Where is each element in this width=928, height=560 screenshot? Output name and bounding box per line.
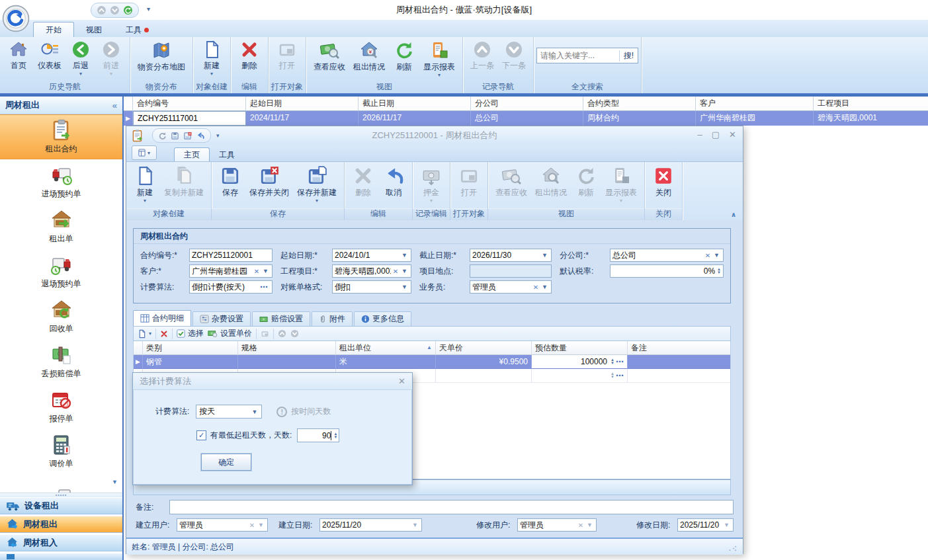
maximize-icon[interactable]: ▢ xyxy=(712,130,720,140)
grid-delete-row-button[interactable] xyxy=(160,330,168,338)
dlg-view-receivable-button[interactable]: 查看应收 xyxy=(492,165,530,199)
grid-new-row-button[interactable]: ▾ xyxy=(138,329,151,339)
group-material-rental-out[interactable]: 周材租出 xyxy=(0,516,122,533)
dlg-delete-button[interactable]: 删除 xyxy=(349,165,378,199)
cell-start-date[interactable]: 2024/11/17 xyxy=(246,111,359,126)
branch-field[interactable]: 总公司✕▼ xyxy=(610,249,724,262)
billing-method-field[interactable]: 倒扣计费(按天)⋯ xyxy=(189,280,273,294)
group-partial[interactable] xyxy=(0,553,122,560)
col-type[interactable]: 合约类型 xyxy=(583,97,696,111)
ellipsis-icon[interactable]: ⋯ xyxy=(614,355,626,368)
chevron-down-icon[interactable]: ▼ xyxy=(712,252,721,259)
col-category[interactable]: 类别 xyxy=(143,341,238,355)
created-user-field[interactable]: 管理员✕▼ xyxy=(177,518,268,532)
modal-titlebar[interactable]: 选择计费算法 ✕ xyxy=(133,373,412,390)
min-days-checkbox[interactable]: ✓ xyxy=(196,430,206,440)
ellipsis-icon[interactable]: ⋯ xyxy=(614,369,626,382)
view-receivable-button[interactable]: 查看应收 xyxy=(310,40,349,73)
chevron-down-icon[interactable]: ▼ xyxy=(540,252,549,259)
sidebar-item-recovery-order[interactable]: 回收单 xyxy=(0,294,122,339)
search-go-button[interactable]: 搜! xyxy=(619,50,638,61)
note-input[interactable] xyxy=(169,500,734,514)
sidebar-item-stop-report[interactable]: 报停单 xyxy=(0,384,122,429)
home-button[interactable]: 首页 xyxy=(4,40,33,72)
contract-no-field[interactable]: ZCHY251120001 xyxy=(189,249,273,262)
cell-customer[interactable]: 广州华南碧桂园 xyxy=(696,111,814,126)
row-down-button[interactable] xyxy=(290,329,299,338)
dialog-undo-icon[interactable] xyxy=(196,132,205,140)
resize-grip[interactable]: ⢀⢔ xyxy=(726,543,738,551)
dlg-save-new-dropdown-icon[interactable]: ▾ xyxy=(316,198,318,203)
dlg-save-new-button[interactable]: 保存并新建 ▾ xyxy=(294,165,340,204)
cell-project[interactable]: 碧海天晴园,0001 xyxy=(814,111,928,126)
dlg-save-close-button[interactable]: 保存并关闭 xyxy=(246,165,292,199)
new-row-dropdown-icon[interactable]: ▾ xyxy=(149,331,151,336)
group-equipment-rental[interactable]: 设备租出 xyxy=(0,497,122,514)
group-material-rental-in[interactable]: 周材租入 xyxy=(0,534,122,551)
tab-contract-detail[interactable]: 合约明细 xyxy=(133,310,191,326)
min-days-field[interactable]: 90 ▲▼ xyxy=(297,428,339,442)
cell-unit[interactable]: 米 xyxy=(336,355,436,369)
grid-data-row[interactable]: ▶ 钢管 米 ¥0.9500 100000 ▲▼ ⋯ xyxy=(134,355,730,369)
cell-note[interactable] xyxy=(628,355,730,369)
chevron-down-icon[interactable]: ▼ xyxy=(722,522,731,528)
dlg-deposit-button[interactable]: 押金 ▾ xyxy=(417,165,446,204)
modal-close-icon[interactable]: ✕ xyxy=(398,376,405,386)
sidebar-item-outbound-booking[interactable]: 退场预约单 xyxy=(0,249,122,294)
sidebar-item-rental-contract[interactable]: 租出合约 xyxy=(0,114,122,159)
set-price-button[interactable]: 设置单价 xyxy=(208,328,252,339)
start-date-field[interactable]: 2024/10/1▼ xyxy=(332,249,411,262)
sidebar-collapse-icon[interactable]: « xyxy=(112,100,117,110)
sidebar-item-partial[interactable] xyxy=(0,474,122,493)
sidebar-item-price-adjustment[interactable]: 调价单 xyxy=(0,429,122,474)
sidebar-item-inbound-booking[interactable]: 进场预约单 xyxy=(0,159,122,204)
sidebar-item-rental-order[interactable]: 租出单 xyxy=(0,204,122,249)
dlg-close-button[interactable]: 关闭 xyxy=(649,165,678,199)
back-dropdown-icon[interactable]: ▾ xyxy=(79,71,82,76)
cell-type[interactable]: 周材合约 xyxy=(583,111,696,126)
chevron-down-icon[interactable]: ▼ xyxy=(540,284,549,290)
dlg-save-button[interactable]: 保存 xyxy=(216,165,245,199)
customer-field[interactable]: 广州华南碧桂园✕▼ xyxy=(189,264,273,278)
col-start-date[interactable]: 起始日期 xyxy=(246,97,359,111)
grid-select-button[interactable]: 选择 xyxy=(177,328,204,339)
created-date-field[interactable]: 2025/11/20▼ xyxy=(319,518,422,532)
cell-est-qty-empty[interactable]: ▲▼ ⋯ xyxy=(532,369,628,383)
dialog-tab-tools[interactable]: 工具 xyxy=(210,148,244,161)
cell-contract-no[interactable]: ZCHY251117001 xyxy=(133,111,246,126)
dlg-rental-status-button[interactable]: 租出情况 xyxy=(532,165,570,199)
col-contract-no[interactable]: 合约编号 xyxy=(133,97,246,111)
dialog-qat-dropdown-icon[interactable]: ▾ xyxy=(216,132,220,139)
dlg-cancel-button[interactable]: 取消 xyxy=(379,165,408,199)
material-map-button[interactable]: 物资分布地图 xyxy=(134,40,189,73)
chevron-down-icon[interactable]: ▼ xyxy=(400,252,409,259)
prev-record-button[interactable]: 上一条 xyxy=(467,40,497,72)
dlg-refresh-button[interactable]: 刷新 xyxy=(571,165,601,199)
project-field[interactable]: 碧海天晴园,0001✕▼ xyxy=(332,264,411,278)
clear-x-icon[interactable]: ✕ xyxy=(247,522,257,529)
dialog-titlebar[interactable]: ZCHY251120001 - 周材租出合约 ▾ – ▢ ✕ xyxy=(126,126,743,145)
cell-est-qty[interactable]: 100000 ▲▼ ⋯ xyxy=(532,355,628,369)
clear-x-icon[interactable]: ✕ xyxy=(531,284,540,291)
open-button[interactable]: 打开 xyxy=(273,40,302,72)
spinner-icon[interactable]: ▲▼ xyxy=(609,372,614,379)
clear-x-icon[interactable]: ✕ xyxy=(252,268,261,275)
dlg-show-report-button[interactable]: 显示报表 ▾ xyxy=(602,165,640,204)
dialog-tab-home[interactable]: 主页 xyxy=(174,147,210,161)
spinner-icon[interactable]: ▲▼ xyxy=(609,358,614,365)
back-button[interactable]: 后退 ▾ xyxy=(66,40,95,77)
cell-end-date[interactable]: 2026/11/17 xyxy=(359,111,471,126)
tab-start[interactable]: 开始 xyxy=(33,22,74,37)
rental-status-button[interactable]: ¥ 租出情况 xyxy=(350,40,388,73)
row-up-button[interactable] xyxy=(278,329,286,338)
cell-category[interactable]: 钢管 xyxy=(143,355,238,369)
col-note[interactable]: 备注 xyxy=(628,341,730,355)
tab-view[interactable]: 视图 xyxy=(74,22,114,37)
grid-open-button[interactable] xyxy=(261,330,269,338)
dlg-copy-new-button[interactable]: 复制并新建 xyxy=(161,165,207,199)
delete-button[interactable]: 删除 xyxy=(235,40,264,72)
tab-attachments[interactable]: 附件 xyxy=(312,311,353,326)
tab-compensation[interactable]: 赔偿设置 xyxy=(252,311,310,326)
new-button[interactable]: 新建 ▾ xyxy=(197,40,226,77)
salesman-field[interactable]: 管理员✕▼ xyxy=(470,280,552,294)
